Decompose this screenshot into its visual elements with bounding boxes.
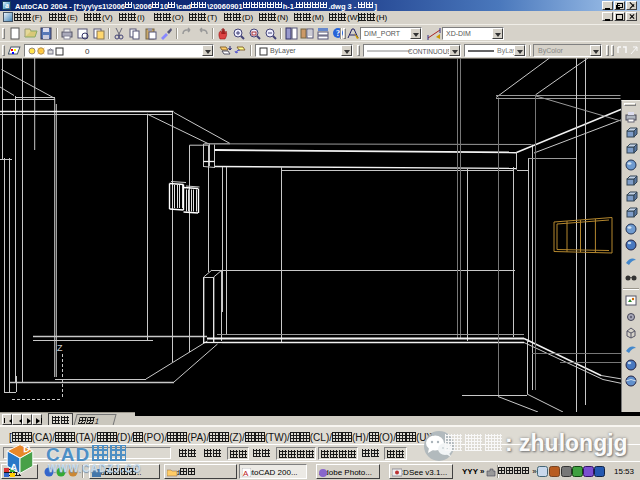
svg-text:A: A xyxy=(243,469,249,477)
svg-text:A: A xyxy=(10,461,17,474)
svg-text:Z: Z xyxy=(57,343,63,353)
svg-text:D: D xyxy=(23,443,30,455)
